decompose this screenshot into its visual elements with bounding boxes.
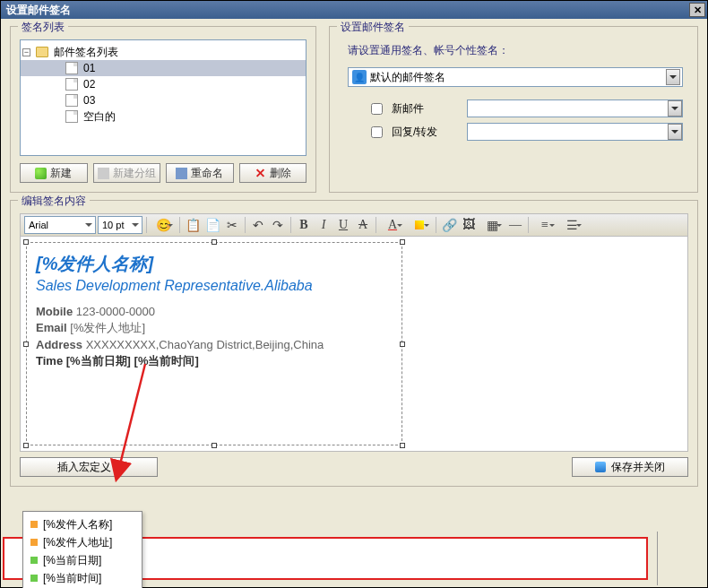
signature-list-legend: 签名列表 — [18, 20, 68, 35]
tree-item[interactable]: 03 — [21, 92, 306, 108]
doc-icon — [65, 62, 78, 74]
set-signature-group: 设置邮件签名 请设置通用签名、帐号个性签名： 👤 默认的邮件签名 新邮件 回复/… — [329, 26, 698, 193]
signature-email: Email [%发件人地址] — [36, 320, 393, 336]
signature-mobile: Mobile 123-0000-0000 — [36, 305, 393, 318]
dropdown-icon[interactable] — [666, 69, 680, 85]
doc-icon — [65, 110, 78, 123]
new-group-button: 新建分组 — [93, 163, 161, 183]
default-signature-select[interactable]: 👤 默认的邮件签名 — [348, 67, 683, 87]
background-panel — [657, 532, 704, 585]
link-button[interactable]: 🔗 — [440, 216, 458, 234]
tree-root[interactable]: − 邮件签名列表 — [21, 44, 306, 60]
newmail-checkbox[interactable] — [371, 103, 383, 115]
font-color-button[interactable]: A — [380, 216, 405, 234]
bullet-icon — [30, 521, 38, 528]
resize-handle[interactable] — [23, 342, 29, 347]
close-button[interactable]: ✕ — [689, 3, 705, 17]
size-select[interactable]: 10 pt — [98, 216, 142, 234]
signature-edit-zone[interactable]: [%发件人名称] Sales Development Representativ… — [26, 242, 402, 445]
dropdown-icon[interactable] — [668, 124, 682, 140]
bullet-icon — [30, 539, 38, 546]
macro-item-sender-name[interactable]: [%发件人名称] — [27, 515, 138, 533]
resize-handle[interactable] — [400, 342, 405, 347]
signature-time: Time [%当前日期] [%当前时间] — [36, 353, 393, 369]
tree-item[interactable]: 01 — [21, 60, 306, 76]
bullet-icon — [30, 557, 38, 564]
highlight-button[interactable] — [407, 216, 432, 234]
align-button[interactable]: ≡ — [532, 216, 557, 234]
dropdown-icon[interactable] — [668, 100, 682, 117]
rename-button[interactable]: 重命名 — [166, 163, 234, 183]
set-signature-instruction: 请设置通用签名、帐号个性签名： — [348, 43, 688, 58]
resize-handle[interactable] — [23, 443, 29, 448]
save-close-button[interactable]: 保存并关闭 — [572, 457, 688, 477]
strike-button[interactable]: A — [354, 216, 372, 234]
doc-icon — [65, 78, 78, 91]
folder-icon — [36, 47, 48, 57]
macro-item-current-date[interactable]: [%当前日期] — [27, 551, 138, 569]
new-icon — [35, 168, 47, 179]
undo-button[interactable]: ↶ — [249, 216, 267, 234]
macro-item-current-time[interactable]: [%当前时间] — [27, 569, 138, 587]
redo-button[interactable]: ↷ — [269, 216, 287, 234]
macro-menu: [%发件人名称] [%发件人地址] [%当前日期] [%当前时间] — [22, 511, 142, 588]
newmail-label: 新邮件 — [392, 101, 458, 117]
signature-address: Address XXXXXXXXX,ChaoYang District,Beij… — [36, 338, 393, 351]
newmail-combo[interactable] — [467, 99, 683, 117]
resize-handle[interactable] — [212, 239, 217, 245]
underline-button[interactable]: U — [334, 216, 352, 234]
copy-button[interactable]: 📋 — [184, 216, 202, 234]
signature-sender-name: [%发件人名称] — [36, 252, 393, 276]
image-button[interactable]: 🖼 — [460, 216, 478, 234]
bullet-icon — [30, 575, 38, 582]
delete-icon — [255, 168, 266, 179]
resize-handle[interactable] — [23, 239, 29, 245]
tree-item[interactable]: 空白的 — [21, 108, 306, 125]
tree-root-label: 邮件签名列表 — [52, 45, 118, 60]
signature-settings-window: 设置邮件签名 ✕ 签名列表 − 邮件签名列表 01 02 03 空白的 — [0, 0, 708, 588]
paste-button[interactable]: 📄 — [203, 216, 221, 234]
font-select[interactable]: Arial — [24, 216, 96, 234]
reply-label: 回复/转发 — [392, 125, 458, 140]
default-signature-value: 默认的邮件签名 — [370, 70, 666, 85]
collapse-icon[interactable]: − — [22, 48, 30, 56]
resize-handle[interactable] — [400, 239, 405, 245]
signature-list-group: 签名列表 − 邮件签名列表 01 02 03 空白的 新建 新建分组 重命名 — [10, 26, 316, 193]
signature-tree[interactable]: − 邮件签名列表 01 02 03 空白的 — [20, 39, 307, 156]
insert-macro-button[interactable]: 插入宏定义 — [20, 457, 158, 477]
doc-icon — [65, 94, 78, 107]
rename-icon — [176, 168, 187, 179]
set-signature-legend: 设置邮件签名 — [337, 20, 409, 35]
group-icon — [98, 168, 109, 179]
resize-handle[interactable] — [212, 443, 217, 448]
delete-button[interactable]: 删除 — [239, 163, 307, 183]
reply-combo[interactable] — [467, 123, 683, 141]
table-button[interactable]: ▦ — [479, 216, 505, 234]
editor-canvas[interactable]: [%发件人名称] Sales Development Representativ… — [20, 237, 688, 452]
editor-toolbar: Arial 10 pt 😊 📋 📄 ✂ ↶ ↷ B I U A A — [20, 213, 688, 237]
save-icon — [595, 462, 606, 472]
window-title: 设置邮件签名 — [6, 3, 71, 18]
cut-button[interactable]: ✂ — [223, 216, 241, 234]
edit-signature-group: 编辑签名内容 Arial 10 pt 😊 📋 📄 ✂ ↶ ↷ B I U A A — [10, 200, 698, 487]
bold-button[interactable]: B — [295, 216, 313, 234]
macro-item-sender-addr[interactable]: [%发件人地址] — [27, 533, 138, 551]
emoji-button[interactable]: 😊 — [151, 216, 176, 234]
tree-item[interactable]: 02 — [21, 76, 306, 92]
signature-job-title: Sales Development Representative.Alibaba — [36, 278, 393, 294]
edit-signature-legend: 编辑签名内容 — [18, 194, 90, 209]
list-button[interactable]: ☰ — [559, 216, 584, 234]
italic-button[interactable]: I — [315, 216, 332, 234]
new-button[interactable]: 新建 — [20, 163, 88, 183]
titlebar[interactable]: 设置邮件签名 ✕ — [1, 1, 707, 19]
reply-checkbox[interactable] — [371, 126, 383, 138]
resize-handle[interactable] — [400, 443, 405, 448]
hr-button[interactable]: — — [506, 216, 524, 234]
person-icon: 👤 — [352, 70, 367, 84]
